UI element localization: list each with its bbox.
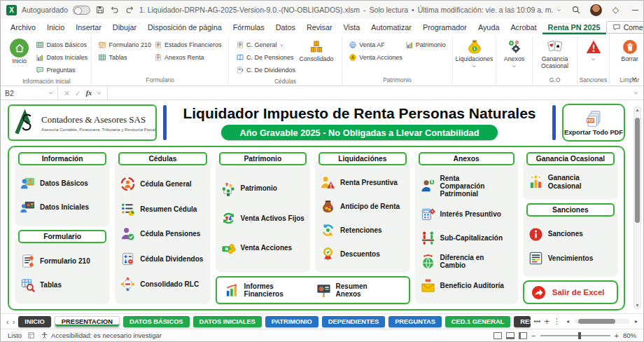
cancel-icon[interactable]: ✕ <box>64 89 70 97</box>
ribbon-tab-programador[interactable]: Programador <box>417 20 472 34</box>
ribbon-button-tablas[interactable]: Tablas <box>98 53 151 62</box>
chevron-down-icon[interactable] <box>556 8 561 13</box>
sheet-tab-ced1-general[interactable]: CED.1 GENERAL <box>445 316 510 327</box>
button-renta-presuntiva[interactable]: Renta Presuntiva <box>320 175 407 191</box>
button-tablas[interactable]: Tablas <box>20 277 107 293</box>
scrollbar-thumb[interactable] <box>635 118 640 223</box>
button-vencimientos[interactable]: Vencimientos <box>528 250 615 266</box>
sheet-tab-patrimonio[interactable]: PATRIMONIO <box>265 316 318 327</box>
ribbon-button-venta-acciones[interactable]: Venta Acciones <box>349 53 402 62</box>
ribbon-button-ganancia-ocasional[interactable]: Ganancia Ocasional <box>536 38 575 69</box>
comments-button[interactable]: Comentarios <box>606 21 644 34</box>
button-interes-presuntivo[interactable]: Interés Presuntivo <box>420 206 515 222</box>
button-beneficio-auditoria[interactable]: Beneficio Auditoría <box>420 278 515 294</box>
button-sub-capitalizacion[interactable]: Sub-Capitalización <box>420 230 515 246</box>
ribbon-button-estados-financieros[interactable]: Estados Financieros <box>154 40 222 50</box>
zoom-slider-thumb[interactable] <box>578 332 581 339</box>
name-box[interactable]: B2 <box>1 86 58 100</box>
avatar[interactable] <box>590 4 602 16</box>
button-cedula-general[interactable]: Cédula General <box>120 176 207 192</box>
ribbon-button-patrimonio[interactable]: Patrimonio <box>405 40 446 50</box>
button-datos-basicos[interactable]: Datos Básicos <box>20 175 107 191</box>
button-venta-activos-fijos[interactable]: Venta Activos Fijos <box>220 210 308 226</box>
ribbon-tab-automatizar[interactable]: Automatizar <box>365 20 417 34</box>
vertical-scrollbar[interactable]: ▲ ▼ <box>634 106 641 309</box>
insert-function-icon[interactable]: fx <box>86 89 92 97</box>
ribbon-button-anexos-renta[interactable]: Anexos Renta <box>154 53 222 62</box>
button-sanciones[interactable]: Sanciones <box>528 226 615 242</box>
button-descuentos[interactable]: Descuentos <box>320 246 407 262</box>
ribbon-tab-archivo[interactable]: Archivo <box>5 20 41 34</box>
ribbon-tab-disposicion[interactable]: Disposición de página <box>142 20 227 34</box>
exit-excel-button[interactable]: Salir de Excel <box>523 280 618 304</box>
sheet-nav-right-icon[interactable]: › <box>13 317 15 326</box>
expand-formula-bar-icon[interactable] <box>634 90 638 95</box>
sheet-tab-presentacion[interactable]: PRESENTACION <box>55 316 120 327</box>
save-icon[interactable] <box>95 5 105 15</box>
button-renta-comparacion-patrimonial[interactable]: Renta Comparación Patrimonial <box>420 175 515 198</box>
view-normal-icon[interactable] <box>493 332 502 339</box>
scrollbar-thumb[interactable] <box>578 319 615 324</box>
button-informes-financieros[interactable]: Informes Financieros <box>224 282 310 299</box>
ribbon-tab-inicio[interactable]: Inicio <box>41 20 70 34</box>
ribbon-button-formulario-210[interactable]: Formulario 210 <box>98 40 151 50</box>
button-cedula-dividendos[interactable]: Cédula Dividendos <box>120 251 207 267</box>
collapse-ribbon-icon[interactable] <box>631 75 638 82</box>
ribbon-button-c-de-dividendos[interactable]: C. De Dividendos <box>236 65 295 75</box>
minimize-button[interactable] <box>625 1 644 19</box>
ribbon-button-anexos[interactable]: Anexos <box>498 38 530 69</box>
ribbon-button-datos-basicos[interactable]: Datos Básicos <box>36 40 88 50</box>
ribbon-button-datos-iniciales[interactable]: Datos Iniciales <box>36 53 88 62</box>
ribbon-tab-datos[interactable]: Datos <box>270 20 301 34</box>
redo-icon[interactable] <box>125 5 134 15</box>
button-retenciones[interactable]: Retenciones <box>320 222 407 238</box>
more-sheets-icon[interactable]: ••• <box>534 318 541 325</box>
sheet-tab-datos-iniciales[interactable]: DATOS INICIALES <box>193 316 262 327</box>
ribbon-tab-formulas[interactable]: Fórmulas <box>227 20 270 34</box>
button-cedula-pensiones[interactable]: Cédula Pensiones <box>120 226 207 242</box>
accessibility-status[interactable]: Accesibilidad: es necesario investigar <box>41 331 162 339</box>
ribbon-button-inicio[interactable]: Inicio <box>4 38 34 65</box>
formula-input[interactable] <box>108 86 629 100</box>
ribbon-tab-insertar[interactable]: Insertar <box>70 20 107 34</box>
export-pdf-button[interactable]: PDF Exportar Todo PDF <box>562 104 625 142</box>
ribbon-button-borrar[interactable]: Borrar <box>612 38 644 63</box>
ribbon-tab-revisar[interactable]: Revisar <box>301 20 338 34</box>
ribbon-button-venta-af[interactable]: Venta AF <box>349 40 402 50</box>
button-anticipo-de-renta[interactable]: Anticipo de Renta <box>320 198 407 214</box>
button-ganancia-ocasional[interactable]: Ganancia Ocasional <box>528 174 615 190</box>
ribbon-button-c-de-pensiones[interactable]: C. De Pensiones <box>236 53 295 62</box>
hscroll-right-icon[interactable]: ▸ <box>635 318 638 324</box>
zoom-out-icon[interactable]: − <box>531 331 536 340</box>
sheet-tab-resumen[interactable]: RESUM <box>514 316 530 327</box>
horizontal-scrollbar[interactable] <box>575 319 629 324</box>
button-resumen-anexos[interactable]: Resumen Anexos <box>316 282 402 299</box>
zoom-slider[interactable] <box>540 335 610 336</box>
button-resumen-cedula[interactable]: Resumen Cédula <box>120 201 207 217</box>
enter-icon[interactable]: ✓ <box>75 89 81 97</box>
sheet-nav-left-icon[interactable]: ‹ <box>6 317 9 326</box>
autosave-toggle[interactable] <box>73 6 90 15</box>
view-page-break-icon[interactable] <box>519 332 527 339</box>
ribbon-tab-renta-pn-2025[interactable]: Renta PN 2025 <box>542 20 606 34</box>
zoom-in-icon[interactable]: + <box>615 331 619 340</box>
button-formulario-210[interactable]: Formulario 210 <box>20 253 107 269</box>
sheet-tab-preguntas[interactable]: PREGUNTAS <box>388 316 442 327</box>
ribbon-tab-acrobat[interactable]: Acrobat <box>505 20 542 34</box>
add-sheet-button[interactable]: + <box>544 316 550 327</box>
ribbon-button-liquidaciones[interactable]: Liquidaciones <box>455 38 493 69</box>
button-diferencia-en-cambio[interactable]: Diferencia en Cambio <box>420 254 515 270</box>
ribbon-button-sanciones[interactable] <box>580 38 607 62</box>
ribbon-tab-ayuda[interactable]: Ayuda <box>472 20 505 34</box>
button-consolidado-rlc[interactable]: Consolidado RLC <box>120 276 207 292</box>
button-datos-iniciales[interactable]: Datos Iniciales <box>20 199 107 215</box>
ribbon-button-consolidado[interactable]: Consolidado <box>297 38 336 63</box>
button-patrimonio[interactable]: Patrimonio <box>220 181 308 197</box>
sheet-menu-icon[interactable]: ⋮ <box>553 317 561 326</box>
premium-icon[interactable]: ◇ <box>606 1 625 19</box>
ribbon-button-preguntas[interactable]: Preguntas <box>36 65 88 75</box>
search-icon[interactable] <box>571 5 581 15</box>
ribbon-tab-vista[interactable]: Vista <box>338 20 366 34</box>
sheet-tab-inicio[interactable]: INICIO <box>18 316 50 327</box>
zoom-level[interactable]: 80% <box>623 331 636 339</box>
